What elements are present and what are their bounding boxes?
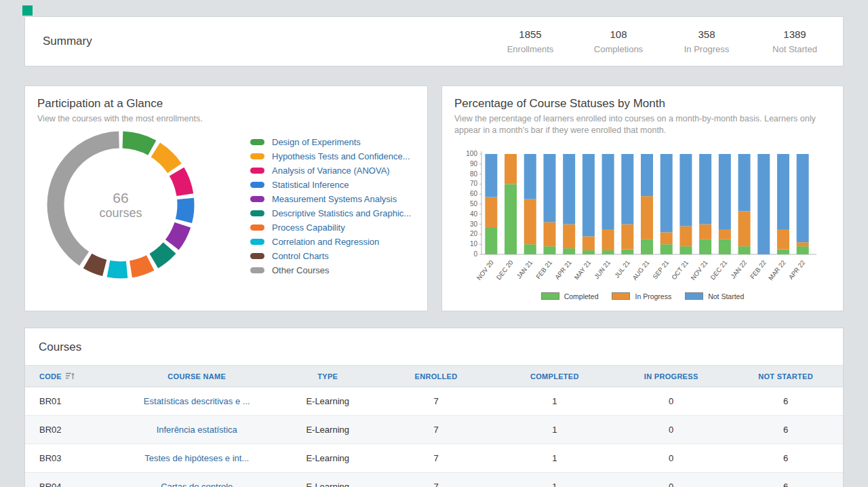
bar-in-progress-dec-21[interactable] xyxy=(719,229,731,239)
bar-not-started-oct-21[interactable] xyxy=(679,154,692,227)
bar-not-started-may-21[interactable] xyxy=(583,154,595,236)
bar-completed-apr-21[interactable] xyxy=(563,248,575,254)
bar-completed-jan-22[interactable] xyxy=(738,246,751,254)
bar-completed-dec-20[interactable] xyxy=(505,184,517,254)
bar-completed-mar-22[interactable] xyxy=(777,249,789,254)
bar-completed-aug-21[interactable] xyxy=(641,239,653,254)
column-header-type[interactable]: TYPE xyxy=(279,372,377,381)
donut-segment-other-courses[interactable] xyxy=(43,127,199,283)
donut-legend-item-analysis-of-variance-anova[interactable]: Analysis of Variance (ANOVA) xyxy=(250,163,411,178)
bar-completed-jun-21[interactable] xyxy=(602,250,614,254)
cell-not-started: 6 xyxy=(728,453,843,463)
bar-not-started-apr-22[interactable] xyxy=(797,154,809,242)
bar-not-started-apr-21[interactable] xyxy=(563,154,575,225)
bar-not-started-nov-21[interactable] xyxy=(699,154,711,225)
bar-legend-item-completed[interactable]: Completed xyxy=(541,292,599,300)
course-name-link[interactable]: Cartas de controle xyxy=(115,482,279,487)
bar-completed-feb-21[interactable] xyxy=(543,246,555,254)
bar-completed-oct-21[interactable] xyxy=(679,246,692,254)
donut-legend-item-control-charts[interactable]: Control Charts xyxy=(250,249,411,263)
bar-not-started-sep-21[interactable] xyxy=(660,154,673,232)
column-header-enrolled[interactable]: ENROLLED xyxy=(377,372,496,381)
summary-stat-not-started: 1389Not Started xyxy=(770,28,820,54)
bar-in-progress-jun-21[interactable] xyxy=(602,229,614,250)
bar-completed-nov-21[interactable] xyxy=(699,239,711,254)
courses-card: Courses CODECOURSE NAMETYPEENROLLEDCOMPL… xyxy=(24,328,844,487)
bar-completed-jan-21[interactable] xyxy=(524,244,536,254)
bar-not-started-nov-20[interactable] xyxy=(485,154,497,197)
bar-in-progress-aug-21[interactable] xyxy=(641,196,653,239)
column-header-name[interactable]: COURSE NAME xyxy=(115,372,279,381)
donut-segment-hypothesis-tests-and-confidence[interactable] xyxy=(43,127,199,283)
cell-code: BR01 xyxy=(25,396,115,406)
bar-in-progress-sep-21[interactable] xyxy=(660,232,673,244)
donut-segment-measurement-systems-analysis[interactable] xyxy=(43,127,199,283)
y-tick-label: 70 xyxy=(470,180,478,187)
bar-completed-sep-21[interactable] xyxy=(660,244,673,254)
legend-label: Analysis of Variance (ANOVA) xyxy=(272,165,390,176)
bar-in-progress-feb-21[interactable] xyxy=(543,222,555,246)
sort-icon xyxy=(66,372,75,380)
donut-chart xyxy=(43,127,199,283)
table-row-br03: BR03Testes de hipóteses e int...E-Learni… xyxy=(25,444,843,473)
bar-not-started-feb-21[interactable] xyxy=(543,154,555,222)
bar-not-started-jan-21[interactable] xyxy=(524,154,536,199)
bar-in-progress-jan-21[interactable] xyxy=(524,199,536,244)
column-header-not-started[interactable]: NOT STARTED xyxy=(728,372,843,381)
legend-swatch xyxy=(250,139,264,145)
bar-in-progress-apr-21[interactable] xyxy=(563,224,575,248)
course-name-link[interactable]: Estatísticas descritivas e ... xyxy=(115,396,279,406)
bar-in-progress-oct-21[interactable] xyxy=(679,226,692,246)
bar-in-progress-may-21[interactable] xyxy=(583,236,595,250)
bar-completed-jul-21[interactable] xyxy=(621,249,633,254)
bar-not-started-dec-21[interactable] xyxy=(719,154,731,229)
bar-legend-item-not-started[interactable]: Not Started xyxy=(685,292,744,300)
bar-completed-apr-22[interactable] xyxy=(797,246,809,254)
bar-not-started-jul-21[interactable] xyxy=(621,154,633,225)
y-tick-label: 50 xyxy=(470,200,478,208)
bar-in-progress-dec-20[interactable] xyxy=(505,154,517,184)
bar-in-progress-nov-21[interactable] xyxy=(699,224,711,239)
bar-chart: 0102030405060708090100NOV 20DEC 20JAN 21… xyxy=(454,146,832,286)
column-header-code[interactable]: CODE xyxy=(25,372,115,381)
donut-segment-analysis-of-variance-anova[interactable] xyxy=(43,127,199,283)
donut-legend-item-measurement-systems-analysis[interactable]: Measurement Systems Analysis xyxy=(250,192,411,206)
column-header-in-progress[interactable]: IN PROGRESS xyxy=(614,372,728,381)
bar-completed-dec-21[interactable] xyxy=(719,239,731,254)
donut-segment-control-charts[interactable] xyxy=(43,127,199,283)
column-header-completed[interactable]: COMPLETED xyxy=(495,372,614,381)
stat-value: 108 xyxy=(593,28,644,40)
donut-legend-item-design-of-experiments[interactable]: Design of Experiments xyxy=(250,135,411,149)
donut-legend-item-correlation-and-regression[interactable]: Correlation and Regression xyxy=(250,235,411,249)
bar-not-started-jan-22[interactable] xyxy=(738,154,751,211)
bar-in-progress-jul-21[interactable] xyxy=(621,224,633,249)
bar-in-progress-nov-20[interactable] xyxy=(485,197,497,227)
bar-not-started-mar-22[interactable] xyxy=(777,154,789,229)
course-name-link[interactable]: Inferência estatística xyxy=(115,425,279,435)
statuses-subtitle: View the percentage of learners enrolled… xyxy=(454,113,831,136)
donut-segment-process-capability[interactable] xyxy=(43,127,199,283)
bar-not-started-aug-21[interactable] xyxy=(641,154,653,196)
y-tick-label: 30 xyxy=(470,220,478,227)
bar-in-progress-apr-22[interactable] xyxy=(797,242,809,246)
legend-swatch xyxy=(250,210,264,216)
bar-in-progress-jan-22[interactable] xyxy=(738,211,751,246)
bar-completed-nov-20[interactable] xyxy=(485,227,497,254)
bar-completed-may-21[interactable] xyxy=(583,250,595,254)
donut-legend-item-statistical-inference[interactable]: Statistical Inference xyxy=(250,178,411,192)
courses-title: Courses xyxy=(25,328,843,365)
bar-in-progress-mar-22[interactable] xyxy=(777,229,789,250)
donut-legend-item-hypothesis-tests-and-confidence[interactable]: Hypothesis Tests and Confidence... xyxy=(250,149,411,163)
course-name-link[interactable]: Testes de hipóteses e int... xyxy=(115,453,279,463)
statuses-card: Percentage of Course Statuses by Month V… xyxy=(441,85,844,311)
donut-segment-descriptive-statistics-and-graphic[interactable] xyxy=(43,127,199,283)
x-axis-label: OCT 21 xyxy=(670,258,690,281)
donut-legend-item-process-capability[interactable]: Process Capability xyxy=(250,220,411,235)
bar-not-started-jun-21[interactable] xyxy=(602,154,614,229)
x-axis-label: MAR 22 xyxy=(767,258,787,281)
cell-enrolled: 7 xyxy=(377,453,496,463)
stat-label: Completions xyxy=(593,44,644,54)
bar-legend-item-in-progress[interactable]: In Progress xyxy=(612,292,671,300)
bar-not-started-feb-22[interactable] xyxy=(757,154,770,254)
donut-legend-item-descriptive-statistics-and-graphic[interactable]: Descriptive Statistics and Graphic... xyxy=(250,206,411,220)
